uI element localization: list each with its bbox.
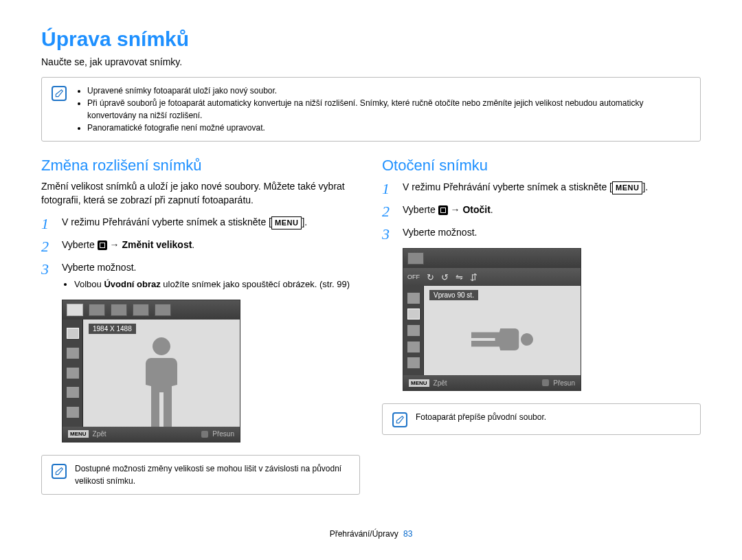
step-text: Vyberte možnost.: [403, 227, 477, 238]
step-text: Vyberte: [403, 204, 438, 215]
step-text: .: [192, 239, 194, 250]
menu-tag-icon: MENU: [409, 379, 429, 387]
camera-bottom-bar: MENU Zpět Přesun: [63, 427, 240, 442]
side-icon: [67, 348, 79, 359]
step-text: V režimu Přehrávání vyberte snímek a sti…: [403, 181, 612, 192]
side-icon: [407, 357, 420, 368]
camera-preview-rotate: OFF ↻ ↺ ⇋ ⇵ Vpravo 90 st.: [403, 248, 581, 391]
step-2: Vyberte → Otočit.: [382, 203, 701, 217]
top-note-list: Upravené snímky fotoaparát uloží jako no…: [75, 85, 690, 134]
note-item: Upravené snímky fotoaparát uloží jako no…: [87, 85, 690, 97]
step-3: Vyberte možnost.: [382, 225, 701, 240]
step-2: Vyberte → Změnit velikost.: [41, 238, 360, 252]
step-text: ].: [642, 181, 648, 192]
sub-bold: Úvodní obraz: [104, 279, 160, 289]
right-bottom-note: Fotoaparát přepíše původní soubor.: [382, 403, 701, 435]
page-number: 83: [403, 529, 412, 539]
step-text: Vyberte možnost.: [62, 262, 136, 273]
back-label: Zpět: [93, 430, 106, 438]
step-bold: Otočit: [462, 204, 490, 215]
rotate-label: Vpravo 90 st.: [429, 290, 478, 300]
step-1: V režimu Přehrávání vyberte snímek a sti…: [382, 180, 701, 194]
rotate-icon: [407, 309, 420, 320]
arrow-text: →: [107, 239, 122, 250]
move-label: Přesun: [553, 379, 575, 387]
size-tab-icon: [133, 304, 149, 316]
note-text: Fotoaparát přepíše původní soubor.: [416, 411, 546, 423]
side-icon: [407, 293, 420, 304]
person-silhouette-icon: [471, 322, 533, 357]
sub-text: Volbou: [74, 279, 104, 289]
sub-text: uložíte snímek jako spouštěcí obrázek. (…: [161, 279, 350, 289]
step-sub-bullet: Volbou Úvodní obraz uložíte snímek jako …: [74, 278, 360, 291]
steps-list-right: V režimu Přehrávání vyberte snímek a sti…: [382, 180, 701, 240]
menu-tag-icon: MENU: [68, 430, 89, 438]
off-option: OFF: [407, 273, 420, 280]
side-icon: [67, 387, 79, 398]
camera-preview-resize: 1984 X 1488 MENU Zpět Přesun: [62, 300, 240, 443]
nav-dot-icon: [542, 379, 549, 386]
side-icon: [407, 341, 420, 352]
rotate-right-icon: ↻: [427, 272, 434, 282]
camera-side-icons: [403, 286, 424, 375]
left-bottom-note: Dostupné možnosti změny velikosti se moh…: [41, 455, 360, 495]
side-icon: [67, 368, 79, 379]
rotate-options-bar: OFF ↻ ↺ ⇋ ⇵: [403, 268, 581, 286]
flip-horizontal-icon: ⇋: [456, 272, 463, 282]
side-icon: [407, 325, 420, 336]
footer-section: Přehrávání/Úpravy: [330, 529, 398, 539]
note-text: Dostupné možnosti změny velikosti se moh…: [75, 462, 350, 487]
page-footer: Přehrávání/Úpravy 83: [41, 529, 701, 539]
resize-icon: [67, 328, 79, 339]
size-tab-icon: [155, 304, 171, 316]
camera-side-icons: [63, 320, 83, 427]
flip-vertical-icon: ⇵: [470, 272, 477, 282]
note-icon: [392, 412, 407, 427]
size-tab-icon: [67, 304, 83, 316]
camera-bottom-bar: MENU Zpět Přesun: [403, 375, 581, 390]
edit-tools-icon: [438, 205, 448, 215]
top-note-box: Upravené snímky fotoaparát uloží jako no…: [41, 77, 701, 142]
person-silhouette-icon: [137, 337, 186, 427]
note-item: Při úpravě souborů je fotoaparát automat…: [87, 97, 690, 122]
section-heading-rotate: Otočení snímku: [382, 157, 701, 175]
step-text: V režimu Přehrávání vyberte snímek a sti…: [62, 216, 271, 227]
edit-top-icon: [407, 252, 424, 265]
step-3: Vyberte možnost. Volbou Úvodní obraz ulo…: [41, 260, 360, 291]
step-text: .: [491, 204, 493, 215]
arrow-text: →: [448, 204, 463, 215]
section-heading-resize: Změna rozlišení snímků: [41, 157, 360, 175]
size-tab-icon: [111, 304, 127, 316]
camera-top-tabs: [63, 300, 240, 320]
step-text: ].: [302, 216, 307, 227]
back-label: Zpět: [434, 379, 447, 387]
note-icon: [52, 86, 67, 101]
steps-list-left: V režimu Přehrávání vyberte snímek a sti…: [41, 215, 360, 291]
menu-icon: MENU: [612, 181, 642, 194]
step-1: V režimu Přehrávání vyberte snímek a sti…: [41, 215, 360, 229]
left-column: Změna rozlišení snímků Změní velikost sn…: [41, 157, 360, 510]
note-item: Panoramatické fotografie není možné upra…: [87, 122, 690, 134]
right-column: Otočení snímku V režimu Přehrávání vyber…: [382, 157, 701, 510]
camera-image-area: Vpravo 90 st.: [424, 286, 581, 375]
section-desc: Změní velikost snímků a uloží je jako no…: [41, 180, 360, 207]
side-icon: [67, 407, 79, 418]
edit-tools-icon: [98, 240, 107, 250]
nav-dot-icon: [201, 431, 208, 438]
rotate-left-icon: ↺: [441, 272, 449, 282]
note-icon: [52, 464, 67, 479]
move-label: Přesun: [212, 430, 234, 438]
camera-top-tabs: [403, 249, 581, 268]
resolution-label: 1984 X 1488: [89, 324, 136, 334]
page-subtitle: Naučte se, jak upravovat snímky.: [41, 56, 701, 67]
size-tab-icon: [89, 304, 105, 316]
page-title: Úprava snímků: [41, 27, 701, 51]
step-text: Vyberte: [62, 239, 98, 250]
step-bold: Změnit velikost: [122, 239, 192, 250]
camera-image-area: 1984 X 1488: [83, 320, 240, 427]
menu-icon: MENU: [271, 216, 302, 229]
